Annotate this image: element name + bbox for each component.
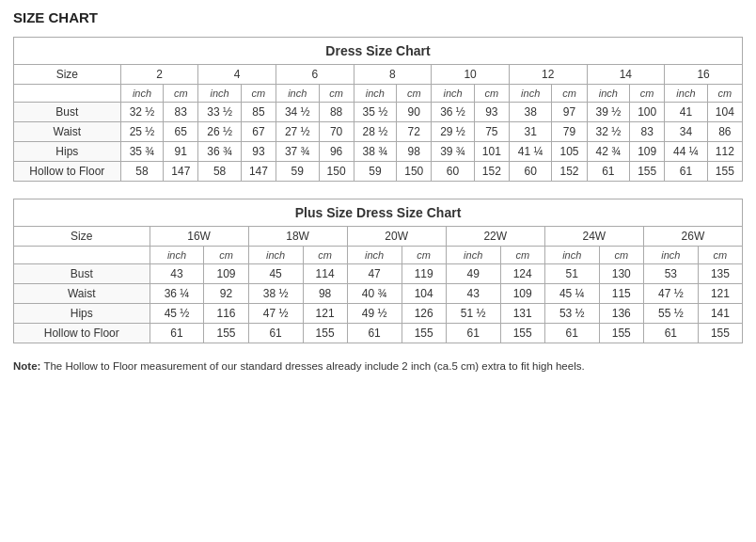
cell-value: 155 — [630, 162, 665, 182]
dress-size-table: Dress Size Chart Size 2 4 6 8 10 12 14 1… — [13, 37, 743, 182]
plus-unit-24w-inch: inch — [544, 247, 599, 264]
unit-4-inch: inch — [198, 85, 242, 103]
cell-value: 101 — [474, 142, 509, 162]
plus-unit-18w-cm: cm — [303, 247, 347, 264]
dress-size-tbody: Bust32 ½8333 ½8534 ½8835 ½9036 ½93389739… — [14, 103, 743, 182]
table-row: Hips45 ½11647 ½12149 ½12651 ½13153 ½1365… — [14, 304, 743, 324]
cell-value: 43 — [150, 264, 204, 284]
cell-value: 61 — [150, 324, 204, 343]
plus-unit-16w-inch: inch — [150, 247, 204, 264]
dress-unit-row: inch cm inch cm inch cm inch cm inch cm … — [14, 85, 743, 103]
cell-value: 152 — [474, 162, 509, 182]
cell-value: 97 — [552, 103, 587, 122]
dress-size-chart-title: Dress Size Chart — [14, 38, 743, 65]
size-18w-header: 18W — [248, 227, 347, 247]
unit-8-cm: cm — [397, 85, 432, 103]
cell-value: 35 ½ — [354, 103, 397, 122]
cell-value: 40 ¾ — [347, 284, 402, 304]
plus-unit-20w-inch: inch — [347, 247, 402, 264]
dress-size-chart-section: Dress Size Chart Size 2 4 6 8 10 12 14 1… — [13, 37, 743, 182]
cell-value: 67 — [241, 122, 276, 142]
cell-value: 45 ¼ — [544, 284, 599, 304]
cell-value: 98 — [303, 284, 347, 304]
plus-size-table: Plus Size Dress Size Chart Size 16W 18W … — [13, 199, 743, 343]
cell-value: 47 ½ — [643, 284, 698, 304]
cell-value: 155 — [599, 324, 643, 343]
cell-value: 36 ¾ — [198, 142, 242, 162]
table-row: Hollow to Floor6115561155611556115561155… — [14, 324, 743, 343]
cell-value: 109 — [500, 284, 544, 304]
cell-value: 88 — [319, 103, 354, 122]
cell-value: 53 — [643, 264, 698, 284]
size-8-header: 8 — [354, 65, 432, 85]
unit-8-inch: inch — [354, 85, 397, 103]
plus-unit-18w-inch: inch — [248, 247, 303, 264]
cell-value: 53 ½ — [544, 304, 599, 324]
size-16-header: 16 — [665, 65, 743, 85]
cell-value: 34 ½ — [276, 103, 319, 122]
cell-value: 124 — [500, 264, 544, 284]
cell-value: 119 — [402, 264, 446, 284]
cell-value: 59 — [276, 162, 319, 182]
unit-10-cm: cm — [474, 85, 509, 103]
cell-value: 41 — [665, 103, 708, 122]
cell-value: 96 — [319, 142, 354, 162]
size-12-header: 12 — [509, 65, 587, 85]
cell-value: 155 — [707, 162, 742, 182]
size-16w-header: 16W — [150, 227, 248, 247]
cell-value: 100 — [630, 103, 665, 122]
cell-value: 32 ½ — [587, 122, 630, 142]
cell-value: 39 ¾ — [432, 142, 475, 162]
cell-value: 131 — [500, 304, 544, 324]
cell-value: 85 — [241, 103, 276, 122]
unit-6-inch: inch — [276, 85, 319, 103]
cell-value: 155 — [500, 324, 544, 343]
cell-value: 72 — [397, 122, 432, 142]
cell-value: 121 — [698, 284, 742, 304]
cell-value: 58 — [198, 162, 242, 182]
cell-value: 45 — [248, 264, 303, 284]
cell-value: 61 — [643, 324, 698, 343]
cell-value: 126 — [402, 304, 446, 324]
cell-value: 49 — [446, 264, 500, 284]
cell-value: 39 ½ — [587, 103, 630, 122]
cell-value: 104 — [402, 284, 446, 304]
cell-value: 51 — [544, 264, 599, 284]
cell-value: 26 ½ — [198, 122, 242, 142]
unit-6-cm: cm — [319, 85, 354, 103]
cell-value: 116 — [204, 304, 248, 324]
cell-value: 70 — [319, 122, 354, 142]
plus-unit-20w-cm: cm — [402, 247, 446, 264]
dress-size-header-row: Size 2 4 6 8 10 12 14 16 — [14, 65, 743, 85]
cell-value: 130 — [599, 264, 643, 284]
unit-4-cm: cm — [241, 85, 276, 103]
cell-value: 150 — [319, 162, 354, 182]
plus-unit-26w-inch: inch — [643, 247, 698, 264]
cell-value: 61 — [665, 162, 708, 182]
unit-12-cm: cm — [552, 85, 587, 103]
cell-value: 41 ¼ — [509, 142, 552, 162]
table-row: Hollow to Floor5814758147591505915060152… — [14, 162, 743, 182]
cell-value: 61 — [587, 162, 630, 182]
cell-value: 47 — [347, 264, 402, 284]
plus-size-tbody: Bust431094511447119491245113053135Waist3… — [14, 264, 743, 343]
cell-value: 83 — [164, 103, 198, 122]
cell-value: 36 ¼ — [150, 284, 204, 304]
cell-value: 109 — [204, 264, 248, 284]
unit-16-cm: cm — [707, 85, 742, 103]
cell-value: 112 — [707, 142, 742, 162]
cell-value: 93 — [241, 142, 276, 162]
unit-12-inch: inch — [509, 85, 552, 103]
row-label: Waist — [14, 284, 150, 304]
cell-value: 32 ½ — [120, 103, 164, 122]
cell-value: 155 — [303, 324, 347, 343]
size-20w-header: 20W — [347, 227, 446, 247]
size-14-header: 14 — [587, 65, 665, 85]
plus-unit-16w-cm: cm — [204, 247, 248, 264]
cell-value: 29 ½ — [432, 122, 475, 142]
cell-value: 93 — [474, 103, 509, 122]
row-label: Hollow to Floor — [14, 324, 150, 343]
cell-value: 45 ½ — [150, 304, 204, 324]
note-section: Note: The Hollow to Floor measurement of… — [13, 360, 743, 372]
unit-14-cm: cm — [630, 85, 665, 103]
